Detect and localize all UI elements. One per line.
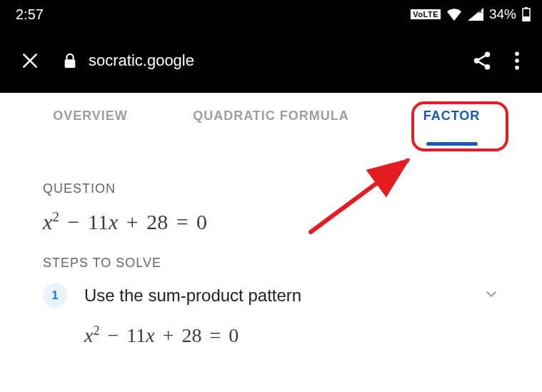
svg-text:x: x [478, 8, 482, 14]
status-bar: 2:57 VoLTE x 34% [0, 0, 542, 29]
chevron-down-icon [483, 286, 499, 305]
battery-percent: 34% [489, 6, 516, 22]
volte-badge: VoLTE [411, 9, 441, 19]
tab-label: QUADRATIC FORMULA [193, 109, 349, 124]
question-label: QUESTION [43, 181, 499, 196]
status-right: VoLTE x 34% [411, 6, 531, 22]
tab-label: FACTOR [423, 109, 481, 124]
svg-rect-4 [65, 59, 76, 68]
step-equation: x2 − 11x + 28 = 0 [84, 323, 499, 347]
cell-signal-icon: x [468, 8, 483, 21]
share-button[interactable] [466, 45, 498, 76]
battery-icon [522, 7, 531, 21]
question-equation: x2 − 11x + 28 = 0 [43, 209, 499, 234]
svg-point-5 [485, 52, 491, 58]
steps-label: STEPS TO SOLVE [43, 256, 499, 271]
lock-icon [57, 48, 83, 74]
svg-rect-3 [523, 16, 530, 21]
close-button[interactable] [17, 48, 43, 74]
tab-overview[interactable]: OVERVIEW [0, 93, 181, 139]
step-row[interactable]: 1 Use the sum-product pattern [43, 283, 499, 308]
active-tab-underline [426, 142, 478, 146]
step-number-badge: 1 [43, 283, 67, 308]
svg-point-6 [474, 58, 480, 64]
svg-point-10 [515, 66, 519, 70]
wifi-icon [446, 8, 462, 21]
svg-point-9 [515, 59, 519, 63]
more-menu-button[interactable] [506, 45, 528, 76]
svg-point-8 [515, 51, 519, 56]
tab-quadratic-formula[interactable]: QUADRATIC FORMULA [181, 93, 361, 139]
tab-label: OVERVIEW [53, 109, 128, 124]
tab-factor[interactable]: FACTOR [361, 93, 542, 139]
step-title: Use the sum-product pattern [84, 286, 483, 306]
svg-point-7 [485, 64, 491, 70]
url-text[interactable]: socratic.google [89, 51, 466, 70]
status-time: 2:57 [16, 6, 44, 23]
browser-header: socratic.google [0, 29, 542, 93]
content-area: QUESTION x2 − 11x + 28 = 0 STEPS TO SOLV… [0, 139, 542, 347]
tab-bar: OVERVIEW QUADRATIC FORMULA FACTOR [0, 93, 542, 139]
